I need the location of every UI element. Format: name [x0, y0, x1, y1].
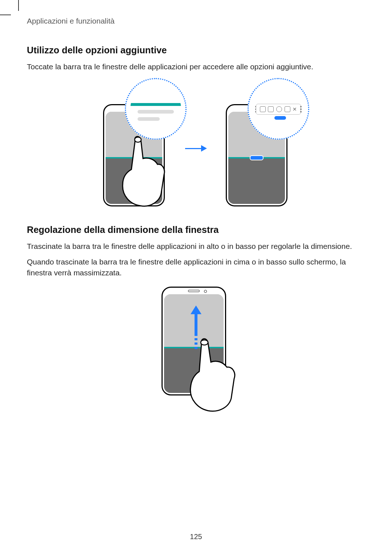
running-head: Applicazioni e funzionalità	[27, 17, 365, 25]
magnifier-divider-icon	[125, 78, 187, 140]
section1-body: Toccate la barra tra le finestre delle a…	[27, 61, 365, 72]
section2-body2: Quando trascinate la barra tra le finest…	[27, 257, 365, 279]
section1-title: Utilizzo delle opzioni aggiuntive	[27, 45, 365, 56]
section2-body1: Trascinate la barra tra le finestre dell…	[27, 241, 365, 252]
divider-handle-icon	[250, 155, 264, 160]
toolbar-home-icon	[260, 106, 266, 112]
toolbar-close-icon: ✕	[293, 106, 297, 112]
illustration-phone-after: ✕	[221, 82, 293, 204]
arrow-right-icon	[185, 143, 207, 154]
toolbar-swap-icon	[276, 106, 282, 112]
toolbar-window-icon	[268, 106, 274, 112]
section2-title: Regolazione della dimensione della fines…	[27, 225, 365, 235]
page-number: 125	[0, 533, 392, 541]
figure-tap-divider: ✕	[27, 82, 365, 204]
toolbar-pip-icon	[285, 106, 290, 112]
illustration-phone-before	[99, 82, 171, 204]
arrow-up-icon	[191, 305, 201, 348]
split-divider-icon	[106, 157, 162, 159]
split-toolbar-icon: ✕	[256, 104, 301, 115]
figure-drag-resize	[27, 287, 365, 406]
page-content: Applicazioni e funzionalità Utilizzo del…	[0, 0, 392, 406]
illustration-phone-drag	[162, 287, 230, 406]
magnifier-toolbar-icon: ✕	[248, 78, 309, 140]
crop-mark-horizontal	[0, 15, 11, 15]
crop-mark-vertical	[18, 0, 19, 11]
